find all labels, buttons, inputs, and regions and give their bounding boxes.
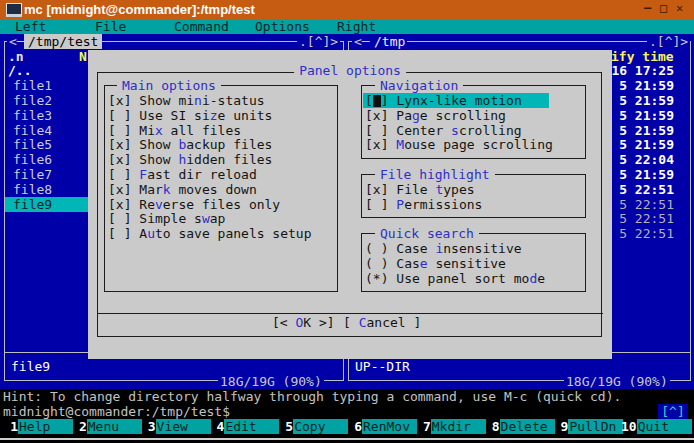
checkbox-simple-swap[interactable]: [ ] Simple swap	[108, 211, 225, 226]
menu-file[interactable]: File	[95, 19, 126, 34]
file-row[interactable]: file7	[13, 167, 52, 182]
fkey-mkdir[interactable]: 7Mkdir	[417, 419, 486, 434]
radio-case-sensitive[interactable]: ( ) Case sensitive	[365, 256, 506, 271]
dialog-title: Panel options	[294, 63, 406, 78]
mtime-cell[interactable]: 5 21:59	[619, 123, 674, 138]
file-highlight-group-title: File highlight	[375, 167, 495, 182]
mtime-cell[interactable]: 5 22:51	[619, 211, 674, 226]
menu-options[interactable]: Options	[255, 19, 310, 34]
file-row[interactable]: file6	[13, 152, 52, 167]
checkbox-page-scrolling[interactable]: [x] Page scrolling	[365, 108, 506, 123]
fkey-copy[interactable]: 5Copy	[279, 419, 348, 434]
fkey-menu[interactable]: 2Menu	[73, 419, 142, 434]
close-icon[interactable]: ✕	[676, 1, 683, 15]
maximize-icon[interactable]: □	[660, 1, 667, 15]
right-ministatus: UP--DIR	[355, 359, 410, 374]
file-row[interactable]: file3	[13, 108, 52, 123]
fkey-renmov[interactable]: 6RenMov	[348, 419, 417, 434]
quick-search-group-title: Quick search	[375, 226, 479, 241]
shell-prompt[interactable]: midnight@commander:/tmp/test$	[3, 404, 230, 419]
mtime-cell[interactable]: 5 21:59	[619, 167, 674, 182]
panel-options-dialog: Panel options Main options [x] Show mini…	[88, 50, 612, 359]
right-mtime-column-header[interactable]: ify time	[611, 49, 674, 64]
mc-window: mc [midnight@commander]:/tmp/test – □ ✕ …	[0, 0, 694, 443]
navigation-group-title: Navigation	[375, 78, 463, 93]
left-panel-corner-marker[interactable]: .[^]>	[297, 34, 340, 49]
file-row[interactable]: /..	[8, 63, 31, 78]
mtime-cell[interactable]: 5 22:51	[619, 226, 674, 241]
button-separator	[97, 313, 603, 314]
left-free-space: 18G/19G (90%)	[218, 374, 324, 389]
radio-case-insensitive[interactable]: ( ) Case insensitive	[365, 241, 522, 256]
checkbox-center-scrolling[interactable]: [ ] Center scrolling	[365, 123, 522, 138]
file-row[interactable]: file2	[13, 93, 52, 108]
checkbox-use-si-size-units[interactable]: [ ] Use SI size units	[108, 108, 272, 123]
checkbox-mark-moves-down[interactable]: [x] Mark moves down	[108, 182, 257, 197]
mtime-cell[interactable]: 5 21:59	[619, 137, 674, 152]
right-panel-arrow-icon: <─	[352, 34, 372, 49]
sort-indicator: .n	[8, 49, 24, 64]
checkbox-reverse-files-only[interactable]: [x] Reverse files only	[108, 197, 280, 212]
right-panel-corner-marker[interactable]: .[^]>	[647, 34, 690, 49]
terminal-icon	[6, 3, 22, 17]
fkey-delete[interactable]: 8Delete	[486, 419, 555, 434]
checkbox-show-mini-status[interactable]: [x] Show mini-status	[108, 93, 265, 108]
menu-command[interactable]: Command	[174, 19, 229, 34]
main-options-group-title: Main options	[117, 78, 221, 93]
mtime-cell[interactable]: 5 22:51	[619, 197, 674, 212]
mtime-cell[interactable]: 5 21:59	[619, 108, 674, 123]
right-free-space: 18G/19G (90%)	[564, 374, 670, 389]
checkbox-fast-dir-reload[interactable]: [ ] Fast dir reload	[108, 167, 257, 182]
menu-right[interactable]: Right	[337, 19, 376, 34]
cancel-button[interactable]: [ Cancel ]	[343, 315, 421, 330]
ok-button[interactable]: [< OK >]	[272, 315, 335, 330]
left-name-column-header[interactable]: N	[79, 49, 87, 64]
checkbox-lynx-like-motion[interactable]: [] Lynx-like motion	[363, 93, 549, 108]
checkbox-show-hidden-files[interactable]: [x] Show hidden files	[108, 152, 272, 167]
file-row[interactable]: file1	[13, 78, 52, 93]
checkbox-mouse-page-scrolling[interactable]: [x] Mouse page scrolling	[365, 137, 553, 152]
window-title: mc [midnight@commander]:/tmp/test	[24, 2, 255, 17]
mtime-cell[interactable]: 16 17:25	[611, 63, 674, 78]
fkey-view[interactable]: 3View	[142, 419, 211, 434]
radio-use-panel-sort-mode[interactable]: (*) Use panel sort mode	[365, 271, 545, 286]
checkbox-mix-all-files[interactable]: [ ] Mix all files	[108, 123, 241, 138]
left-panel-path[interactable]: /tmp/test	[24, 34, 102, 49]
fkey-help[interactable]: 1Help	[4, 419, 73, 434]
checkbox-auto-save-panels-setup[interactable]: [ ] Auto save panels setup	[108, 226, 312, 241]
mtime-cell[interactable]: 5 21:59	[619, 93, 674, 108]
checkbox-permissions[interactable]: [ ] Permissions	[365, 197, 482, 212]
file-row[interactable]: file4	[13, 123, 52, 138]
mtime-cell[interactable]: 5 22:04	[619, 152, 674, 167]
text-cursor	[373, 95, 381, 107]
window-bottom-border	[0, 438, 694, 440]
minimize-icon[interactable]: –	[644, 1, 651, 15]
left-ministatus: file9	[11, 359, 50, 374]
file-row[interactable]: file8	[13, 182, 52, 197]
checkbox-show-backup-files[interactable]: [x] Show backup files	[108, 137, 272, 152]
menu-left[interactable]: Left	[15, 19, 46, 34]
hint-line: Hint: To change directory halfway throug…	[3, 389, 621, 404]
file-row[interactable]: file5	[13, 137, 52, 152]
title-bar: mc [midnight@commander]:/tmp/test – □ ✕	[0, 0, 694, 19]
fkey-pulldn[interactable]: 9PullDn	[554, 419, 623, 434]
right-panel-path[interactable]: /tmp	[372, 34, 407, 49]
mtime-cell[interactable]: 5 21:59	[619, 78, 674, 93]
fkey-quit[interactable]: 10Quit	[621, 419, 692, 434]
checkbox-file-types[interactable]: [x] File types	[365, 182, 475, 197]
mtime-cell[interactable]: 5 22:51	[619, 182, 674, 197]
scroll-up-badge[interactable]: [^]	[658, 404, 688, 419]
fkey-edit[interactable]: 4Edit	[210, 419, 279, 434]
